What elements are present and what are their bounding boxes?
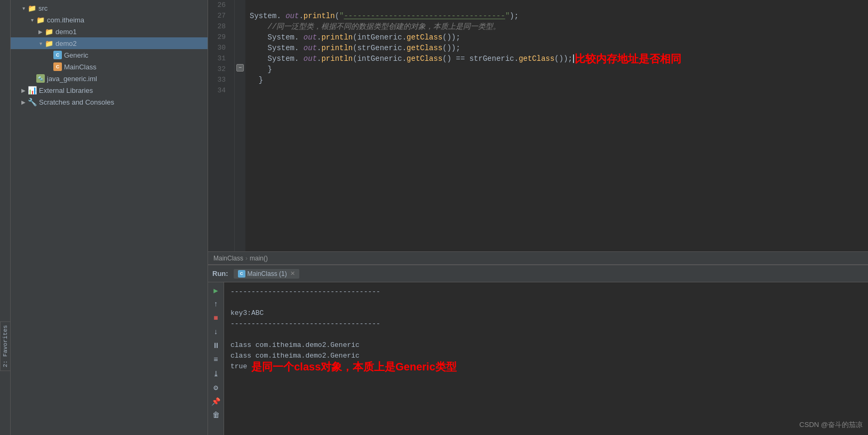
run-panel: Run: C MainClass (1) ✕ ▶ ↑ ■ ↓ ⏸ ≡ ⤓ ⚙ 📌… (208, 264, 868, 435)
main-area: 26 27 28 29 30 31 32 33 34 − System. ou (208, 0, 868, 435)
sidebar-label-scratch: Scratches and Consoles (39, 98, 114, 106)
code-line-33: } (250, 75, 864, 85)
folder-icon-demo2: 📁 (45, 39, 53, 48)
sidebar-label-iml: java_generic.iml (47, 75, 97, 83)
code-line-34 (250, 85, 864, 96)
code-line-26 (250, 0, 864, 11)
breadcrumb-sep: › (245, 255, 248, 262)
code-line-27: System. out.println("-------------------… (250, 11, 864, 21)
sidebar-label-extlib: External Libraries (39, 86, 93, 94)
run-label: Run: (212, 270, 228, 278)
output-true-value: true (230, 361, 247, 372)
sidebar-item-iml[interactable]: ▶ 🔩 java_generic.iml (11, 73, 208, 84)
sidebar-item-generic[interactable]: ▶ C Generic (11, 49, 208, 61)
line-num-29: 29 (208, 32, 230, 43)
line-num-33: 33 (208, 75, 230, 85)
code-line-29: System. out.println(intGeneric.getClass(… (250, 32, 864, 43)
file-tree: ▾ 📁 src ▾ 📁 com.itheima ▶ 📁 demo1 ▾ 📁 de… (11, 0, 208, 435)
run-output: ------------------------------------ key… (224, 282, 868, 435)
run-play-btn[interactable]: ▶ (210, 284, 222, 296)
expand-icon-demo1: ▶ (36, 27, 45, 36)
editor-area: 26 27 28 29 30 31 32 33 34 − System. ou (208, 0, 868, 264)
run-tab-name: MainClass (1) (248, 270, 287, 278)
line-numbers: 26 27 28 29 30 31 32 33 34 (208, 0, 235, 251)
run-up-btn[interactable]: ↑ (210, 298, 222, 310)
run-tab-mainclass[interactable]: C MainClass (1) ✕ (234, 269, 299, 279)
fold-gutter: − (235, 0, 245, 251)
code-content: 26 27 28 29 30 31 32 33 34 − System. ou (208, 0, 868, 251)
annotation-console: 是同一个class对象，本质上是Generic类型 (251, 361, 457, 372)
output-line-class2: class com.itheima.demo2.Generic (230, 351, 862, 361)
sidebar-label-main: MainClass (64, 63, 97, 71)
breadcrumb-bar: MainClass › main() (208, 251, 868, 264)
line-num-26: 26 (208, 0, 230, 11)
breadcrumb-class: MainClass (213, 255, 243, 262)
run-pin-btn[interactable]: 📌 (210, 396, 222, 407)
class-icon-generic: C (53, 51, 62, 59)
output-line-class1: class com.itheima.demo2.Generic (230, 340, 862, 351)
run-down-btn[interactable]: ↓ (210, 326, 222, 338)
code-editor[interactable]: System. out.println("-------------------… (245, 0, 868, 251)
line-num-34: 34 (208, 85, 230, 96)
line-num-31: 31 (208, 53, 230, 64)
sidebar-item-scratches[interactable]: ▶ 🔧 Scratches and Consoles (11, 96, 208, 108)
extlib-icon: 📊 (28, 86, 37, 94)
line-num-32: 32 (208, 64, 230, 75)
code-line-30: System. out.println(strGeneric.getClass(… (250, 43, 864, 53)
run-header: Run: C MainClass (1) ✕ (208, 265, 868, 282)
code-line-32: } (250, 64, 864, 75)
output-line-blank1 (230, 297, 862, 308)
folder-icon-src: 📁 (28, 4, 36, 12)
sidebar: ▾ 📁 src ▾ 📁 com.itheima ▶ 📁 demo1 ▾ 📁 de… (11, 0, 208, 435)
output-line-blank2 (230, 329, 862, 340)
sidebar-label-com: com.itheima (47, 16, 84, 24)
sidebar-item-com-itheima[interactable]: ▾ 📁 com.itheima (11, 14, 208, 26)
expand-icon-src: ▾ (19, 4, 28, 12)
class-icon-main: C (53, 62, 62, 71)
run-body: ▶ ↑ ■ ↓ ⏸ ≡ ⤓ ⚙ 📌 🗑 --------------------… (208, 282, 868, 435)
run-settings-btn[interactable]: ⚙ (210, 382, 222, 393)
output-line-true: true 是同一个class对象，本质上是Generic类型 (230, 361, 862, 372)
line-num-27: 27 (208, 11, 230, 21)
run-toolbar: ▶ ↑ ■ ↓ ⏸ ≡ ⤓ ⚙ 📌 🗑 (208, 282, 224, 435)
output-line-sep1: ------------------------------------ (230, 287, 862, 297)
code-line-28: //同一泛型类，根据不同的数据类型创建的对象，本质上是同一类型。 (250, 21, 864, 32)
run-dump-btn[interactable]: ⤓ (210, 368, 222, 379)
sidebar-label-demo2: demo2 (55, 39, 77, 48)
expand-icon-scratch: ▶ (19, 98, 28, 106)
expand-icon-com: ▾ (28, 15, 36, 24)
line-num-28: 28 (208, 21, 230, 32)
sidebar-item-mainclass[interactable]: ▶ C MainClass (11, 61, 208, 73)
csdn-watermark: CSDN @奋斗的茄凉 (799, 420, 863, 430)
breadcrumb-method: main() (250, 255, 268, 262)
expand-icon-demo2: ▾ (36, 39, 45, 48)
sidebar-label-src: src (38, 4, 47, 12)
folder-icon-com: 📁 (36, 15, 45, 24)
scratch-icon: 🔧 (28, 98, 37, 106)
annotation-line31: 比较内存地址是否相同 (575, 53, 681, 64)
expand-icon-extlib: ▶ (19, 86, 28, 94)
run-pause-btn[interactable]: ⏸ (210, 340, 222, 352)
output-line-sep2: ------------------------------------ (230, 319, 862, 329)
code-line-31: System. out.println(intGeneric.getClass(… (250, 53, 864, 64)
run-tab-icon: C (238, 270, 245, 278)
text-cursor (573, 54, 574, 63)
sidebar-item-src[interactable]: ▾ 📁 src (11, 2, 208, 14)
folder-icon-demo1: 📁 (45, 27, 53, 36)
run-trash-btn[interactable]: 🗑 (210, 409, 222, 421)
sidebar-label-demo1: demo1 (55, 28, 77, 36)
sidebar-item-demo1[interactable]: ▶ 📁 demo1 (11, 26, 208, 37)
line-num-30: 30 (208, 43, 230, 53)
run-tab-close[interactable]: ✕ (290, 270, 295, 277)
output-line-key3: key3:ABC (230, 308, 862, 319)
iml-icon: 🔩 (36, 74, 45, 83)
favorites-tab[interactable]: 2: Favorites (0, 321, 11, 371)
sidebar-item-demo2[interactable]: ▾ 📁 demo2 (11, 37, 208, 49)
run-stop-btn[interactable]: ■ (210, 312, 222, 324)
sidebar-label-generic: Generic (64, 51, 89, 59)
run-scroll-btn[interactable]: ≡ (210, 354, 222, 366)
fold-btn-32[interactable]: − (236, 64, 244, 72)
sidebar-item-extlib[interactable]: ▶ 📊 External Libraries (11, 84, 208, 96)
